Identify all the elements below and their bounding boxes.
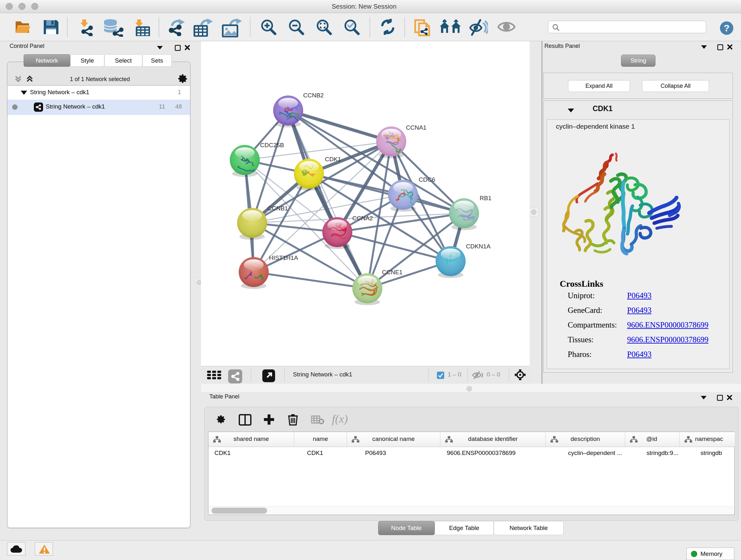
svg-text:?: ?: [724, 23, 730, 33]
svg-text:RB1: RB1: [480, 195, 491, 201]
svg-text:HIST1H1A: HIST1H1A: [269, 254, 298, 261]
svg-text:CCNA2: CCNA2: [352, 215, 373, 222]
svg-text:CCNB1: CCNB1: [267, 205, 288, 212]
svg-text:CCNA1: CCNA1: [406, 124, 426, 131]
svg-text:CDC6: CDC6: [419, 176, 435, 183]
svg-text:CCNB2: CCNB2: [303, 92, 324, 99]
svg-text:CDKN1A: CDKN1A: [466, 243, 490, 250]
svg-text:CDC25B: CDC25B: [260, 142, 284, 148]
svg-text:CDK1: CDK1: [325, 156, 341, 163]
svg-text:CCNE1: CCNE1: [382, 269, 402, 275]
